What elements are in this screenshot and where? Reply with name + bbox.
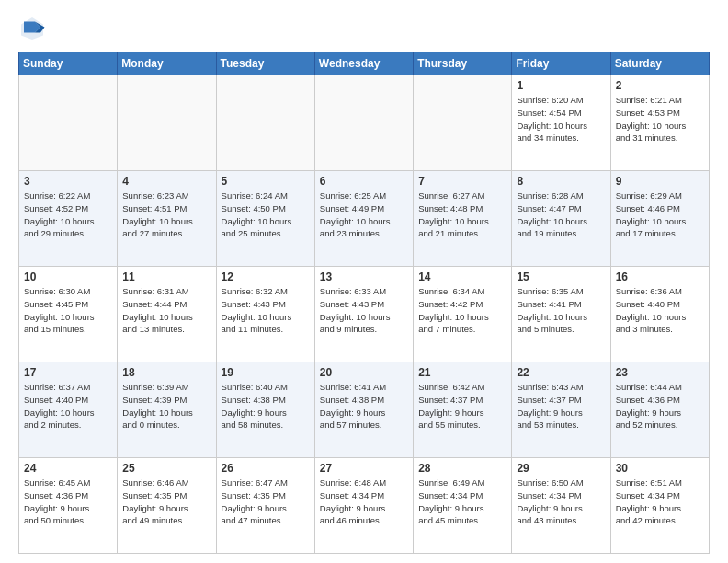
day-number: 26 xyxy=(222,462,310,475)
calendar-cell: 27Sunrise: 6:48 AMSunset: 4:34 PMDayligh… xyxy=(314,458,413,554)
day-info: Sunrise: 6:32 AMSunset: 4:43 PMDaylight:… xyxy=(222,285,310,336)
page: SundayMondayTuesdayWednesdayThursdayFrid… xyxy=(0,0,728,563)
calendar-cell: 8Sunrise: 6:28 AMSunset: 4:47 PMDaylight… xyxy=(512,171,610,267)
calendar-cell: 12Sunrise: 6:32 AMSunset: 4:43 PMDayligh… xyxy=(216,267,314,362)
col-header-saturday: Saturday xyxy=(610,52,709,75)
calendar-cell: 9Sunrise: 6:29 AMSunset: 4:46 PMDaylight… xyxy=(610,171,709,267)
calendar-cell: 2Sunrise: 6:21 AMSunset: 4:53 PMDaylight… xyxy=(610,75,709,171)
day-info: Sunrise: 6:40 AMSunset: 4:38 PMDaylight:… xyxy=(222,381,310,431)
day-info: Sunrise: 6:39 AMSunset: 4:39 PMDaylight:… xyxy=(122,381,210,431)
day-number: 24 xyxy=(24,462,112,475)
calendar-cell: 17Sunrise: 6:37 AMSunset: 4:40 PMDayligh… xyxy=(19,362,118,458)
calendar-cell: 30Sunrise: 6:51 AMSunset: 4:34 PMDayligh… xyxy=(610,458,709,554)
day-info: Sunrise: 6:21 AMSunset: 4:53 PMDaylight:… xyxy=(616,94,704,144)
calendar-cell: 14Sunrise: 6:34 AMSunset: 4:42 PMDayligh… xyxy=(414,267,512,362)
day-number: 5 xyxy=(222,175,310,188)
calendar-cell xyxy=(19,75,118,171)
calendar-cell: 20Sunrise: 6:41 AMSunset: 4:38 PMDayligh… xyxy=(314,362,413,458)
day-info: Sunrise: 6:20 AMSunset: 4:54 PMDaylight:… xyxy=(517,94,605,144)
day-number: 17 xyxy=(24,366,112,379)
day-number: 13 xyxy=(320,270,408,283)
calendar-cell xyxy=(414,75,512,171)
col-header-wednesday: Wednesday xyxy=(314,52,413,75)
calendar-cell: 19Sunrise: 6:40 AMSunset: 4:38 PMDayligh… xyxy=(216,362,314,458)
day-number: 6 xyxy=(320,175,408,188)
calendar-cell: 10Sunrise: 6:30 AMSunset: 4:45 PMDayligh… xyxy=(19,267,118,362)
day-info: Sunrise: 6:25 AMSunset: 4:49 PMDaylight:… xyxy=(320,190,408,240)
logo xyxy=(18,15,50,42)
day-info: Sunrise: 6:31 AMSunset: 4:44 PMDaylight:… xyxy=(122,285,210,336)
day-info: Sunrise: 6:50 AMSunset: 4:34 PMDaylight:… xyxy=(517,477,605,527)
calendar-cell: 4Sunrise: 6:23 AMSunset: 4:51 PMDaylight… xyxy=(118,171,216,267)
calendar-cell: 24Sunrise: 6:45 AMSunset: 4:36 PMDayligh… xyxy=(19,458,118,554)
day-info: Sunrise: 6:29 AMSunset: 4:46 PMDaylight:… xyxy=(616,190,704,240)
calendar-cell xyxy=(118,75,216,171)
day-number: 21 xyxy=(418,366,506,379)
day-number: 30 xyxy=(616,462,704,475)
day-number: 27 xyxy=(320,462,408,475)
day-info: Sunrise: 6:36 AMSunset: 4:40 PMDaylight:… xyxy=(616,285,704,336)
calendar-cell: 29Sunrise: 6:50 AMSunset: 4:34 PMDayligh… xyxy=(512,458,610,554)
calendar-cell: 5Sunrise: 6:24 AMSunset: 4:50 PMDaylight… xyxy=(216,171,314,267)
day-info: Sunrise: 6:28 AMSunset: 4:47 PMDaylight:… xyxy=(517,190,605,240)
day-number: 28 xyxy=(418,462,506,475)
day-info: Sunrise: 6:48 AMSunset: 4:34 PMDaylight:… xyxy=(320,477,408,527)
day-number: 3 xyxy=(24,175,112,188)
day-number: 10 xyxy=(24,270,112,283)
col-header-sunday: Sunday xyxy=(19,52,118,75)
calendar-cell: 16Sunrise: 6:36 AMSunset: 4:40 PMDayligh… xyxy=(610,267,709,362)
day-number: 12 xyxy=(222,270,310,283)
day-number: 25 xyxy=(122,462,210,475)
day-info: Sunrise: 6:30 AMSunset: 4:45 PMDaylight:… xyxy=(24,285,112,336)
day-number: 22 xyxy=(517,366,605,379)
logo-icon xyxy=(18,15,46,42)
calendar-row-1: 3Sunrise: 6:22 AMSunset: 4:52 PMDaylight… xyxy=(19,171,710,267)
day-info: Sunrise: 6:45 AMSunset: 4:36 PMDaylight:… xyxy=(24,477,112,527)
day-number: 4 xyxy=(122,175,210,188)
calendar-cell: 7Sunrise: 6:27 AMSunset: 4:48 PMDaylight… xyxy=(414,171,512,267)
day-info: Sunrise: 6:43 AMSunset: 4:37 PMDaylight:… xyxy=(517,381,605,431)
calendar-cell: 21Sunrise: 6:42 AMSunset: 4:37 PMDayligh… xyxy=(414,362,512,458)
day-number: 8 xyxy=(517,175,605,188)
day-info: Sunrise: 6:22 AMSunset: 4:52 PMDaylight:… xyxy=(24,190,112,240)
day-number: 2 xyxy=(616,79,704,92)
day-info: Sunrise: 6:47 AMSunset: 4:35 PMDaylight:… xyxy=(222,477,310,527)
col-header-tuesday: Tuesday xyxy=(216,52,314,75)
day-number: 11 xyxy=(122,270,210,283)
day-info: Sunrise: 6:37 AMSunset: 4:40 PMDaylight:… xyxy=(24,381,112,431)
day-info: Sunrise: 6:34 AMSunset: 4:42 PMDaylight:… xyxy=(418,285,506,336)
col-header-monday: Monday xyxy=(118,52,216,75)
calendar-row-4: 24Sunrise: 6:45 AMSunset: 4:36 PMDayligh… xyxy=(19,458,710,554)
day-info: Sunrise: 6:44 AMSunset: 4:36 PMDaylight:… xyxy=(616,381,704,431)
calendar-cell: 6Sunrise: 6:25 AMSunset: 4:49 PMDaylight… xyxy=(314,171,413,267)
day-number: 19 xyxy=(222,366,310,379)
calendar-row-0: 1Sunrise: 6:20 AMSunset: 4:54 PMDaylight… xyxy=(19,75,710,171)
day-number: 1 xyxy=(517,79,605,92)
calendar-cell: 28Sunrise: 6:49 AMSunset: 4:34 PMDayligh… xyxy=(414,458,512,554)
calendar-row-2: 10Sunrise: 6:30 AMSunset: 4:45 PMDayligh… xyxy=(19,267,710,362)
col-header-friday: Friday xyxy=(512,52,610,75)
calendar-cell xyxy=(216,75,314,171)
header xyxy=(18,15,710,42)
day-number: 15 xyxy=(517,270,605,283)
day-info: Sunrise: 6:35 AMSunset: 4:41 PMDaylight:… xyxy=(517,285,605,336)
calendar-cell: 22Sunrise: 6:43 AMSunset: 4:37 PMDayligh… xyxy=(512,362,610,458)
day-number: 23 xyxy=(616,366,704,379)
day-info: Sunrise: 6:46 AMSunset: 4:35 PMDaylight:… xyxy=(122,477,210,527)
day-info: Sunrise: 6:42 AMSunset: 4:37 PMDaylight:… xyxy=(418,381,506,431)
col-header-thursday: Thursday xyxy=(414,52,512,75)
day-number: 14 xyxy=(418,270,506,283)
calendar-cell xyxy=(314,75,413,171)
calendar-cell: 23Sunrise: 6:44 AMSunset: 4:36 PMDayligh… xyxy=(610,362,709,458)
calendar-cell: 1Sunrise: 6:20 AMSunset: 4:54 PMDaylight… xyxy=(512,75,610,171)
day-number: 16 xyxy=(616,270,704,283)
day-number: 9 xyxy=(616,175,704,188)
calendar-cell: 3Sunrise: 6:22 AMSunset: 4:52 PMDaylight… xyxy=(19,171,118,267)
calendar-cell: 11Sunrise: 6:31 AMSunset: 4:44 PMDayligh… xyxy=(118,267,216,362)
day-number: 18 xyxy=(122,366,210,379)
calendar-row-3: 17Sunrise: 6:37 AMSunset: 4:40 PMDayligh… xyxy=(19,362,710,458)
day-info: Sunrise: 6:41 AMSunset: 4:38 PMDaylight:… xyxy=(320,381,408,431)
day-info: Sunrise: 6:33 AMSunset: 4:43 PMDaylight:… xyxy=(320,285,408,336)
day-number: 7 xyxy=(418,175,506,188)
calendar-table: SundayMondayTuesdayWednesdayThursdayFrid… xyxy=(18,52,710,554)
